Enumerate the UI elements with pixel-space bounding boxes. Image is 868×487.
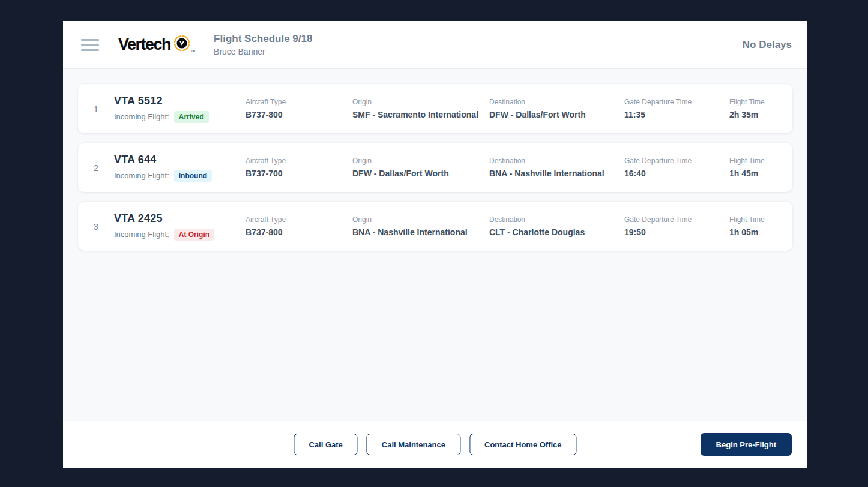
- destination-value: BNA - Nashville International: [489, 169, 624, 178]
- flight-time-value: 2h 35m: [729, 110, 792, 119]
- logo-trademark: ™: [191, 49, 195, 53]
- flight-time-value: 1h 45m: [729, 169, 792, 178]
- call-maintenance-button[interactable]: Call Maintenance: [367, 434, 460, 455]
- destination-label: Destination: [489, 98, 624, 106]
- begin-preflight-button[interactable]: Begin Pre-Flight: [701, 433, 792, 456]
- logo-text: Vertech: [118, 35, 170, 54]
- destination-value: CLT - Charlotte Douglas: [489, 227, 624, 237]
- aircraft-type-label: Aircraft Type: [246, 215, 352, 224]
- aircraft-type-value: B737-800: [246, 110, 352, 119]
- origin-label: Origin: [352, 215, 489, 224]
- flight-time-label: Flight Time: [729, 215, 792, 224]
- aircraft-type-value: B737-800: [246, 227, 352, 237]
- header: Vertech ™ Flight Schedule 9/18 Bruce Ban…: [63, 21, 807, 69]
- gate-departure-value: 19:50: [624, 227, 729, 237]
- delay-status: No Delays: [743, 39, 792, 51]
- gate-departure-label: Gate Departure Time: [624, 157, 729, 165]
- flight-time-label: Flight Time: [729, 157, 792, 165]
- aircraft-type-label: Aircraft Type: [246, 157, 352, 165]
- hamburger-menu-icon[interactable]: [81, 39, 99, 51]
- flight-row[interactable]: 3 VTA 2425 Incoming Flight: At Origin Ai…: [78, 202, 792, 251]
- call-gate-button[interactable]: Call Gate: [294, 434, 357, 455]
- aircraft-type-label: Aircraft Type: [246, 98, 352, 106]
- origin-value: SMF - Sacramento International: [352, 110, 489, 119]
- title-block: Flight Schedule 9/18 Bruce Banner: [214, 33, 312, 56]
- flight-number: VTA 644: [114, 154, 246, 166]
- flight-row[interactable]: 2 VTA 644 Incoming Flight: Inbound Aircr…: [78, 143, 792, 192]
- flight-number: VTA 2425: [114, 212, 246, 225]
- gate-departure-label: Gate Departure Time: [624, 98, 729, 106]
- status-badge: At Origin: [174, 229, 214, 241]
- flight-time-label: Flight Time: [729, 98, 792, 106]
- incoming-flight-label: Incoming Flight:: [114, 171, 169, 180]
- gate-departure-value: 16:40: [624, 169, 729, 178]
- incoming-flight-label: Incoming Flight:: [114, 230, 169, 239]
- status-badge: Arrived: [174, 111, 209, 123]
- origin-label: Origin: [352, 157, 489, 165]
- contact-home-office-button[interactable]: Contact Home Office: [469, 434, 577, 455]
- origin-label: Origin: [352, 98, 489, 106]
- flight-list: 1 VTA 5512 Incoming Flight: Arrived Airc…: [63, 69, 807, 421]
- pilot-name: Bruce Banner: [214, 47, 312, 56]
- vertech-badge-icon: [173, 35, 190, 54]
- row-number: 2: [78, 163, 114, 173]
- app-window: Vertech ™ Flight Schedule 9/18 Bruce Ban…: [63, 21, 807, 468]
- footer-toolbar: Call Gate Call Maintenance Contact Home …: [63, 421, 807, 468]
- flight-time-value: 1h 05m: [729, 227, 792, 237]
- destination-label: Destination: [489, 157, 624, 165]
- vertech-logo: Vertech ™: [118, 35, 194, 55]
- destination-value: DFW - Dallas/Fort Worth: [489, 110, 624, 119]
- incoming-flight-label: Incoming Flight:: [114, 112, 169, 121]
- gate-departure-value: 11:35: [624, 110, 729, 119]
- flight-number: VTA 5512: [114, 95, 246, 107]
- status-badge: Inbound: [174, 170, 212, 182]
- row-number: 1: [78, 104, 114, 114]
- aircraft-type-value: B737-700: [246, 169, 352, 178]
- row-number: 3: [78, 221, 114, 232]
- gate-departure-label: Gate Departure Time: [624, 215, 729, 224]
- origin-value: BNA - Nashville International: [352, 227, 489, 237]
- origin-value: DFW - Dallas/Fort Worth: [352, 169, 489, 178]
- flight-row[interactable]: 1 VTA 5512 Incoming Flight: Arrived Airc…: [78, 84, 792, 133]
- destination-label: Destination: [489, 215, 624, 224]
- page-title: Flight Schedule 9/18: [214, 33, 312, 45]
